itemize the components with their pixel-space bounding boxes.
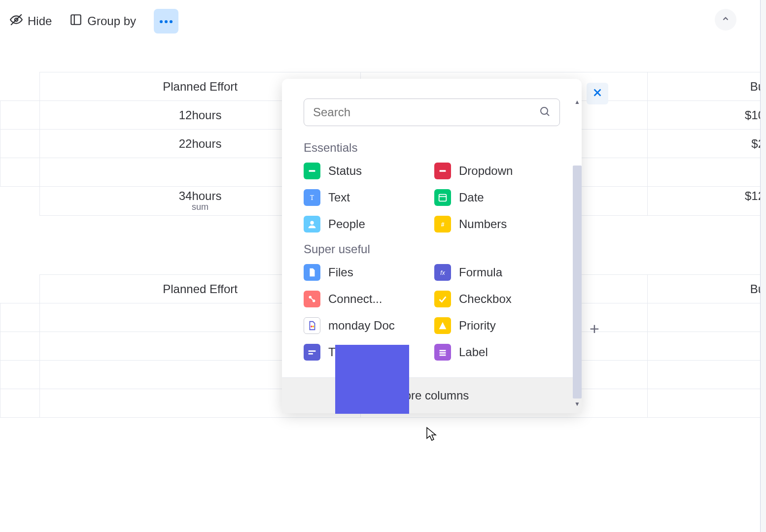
close-button[interactable]: [587, 83, 608, 104]
column-type-doc[interactable]: monday Doc: [304, 317, 429, 334]
svg-point-6: [170, 20, 173, 23]
numbers-icon: #: [434, 216, 451, 233]
collapse-button[interactable]: [715, 9, 736, 31]
column-type-priority[interactable]: Priority: [434, 317, 560, 334]
column-type-label: Files: [328, 266, 353, 279]
svg-point-9: [541, 107, 548, 114]
svg-rect-2: [71, 15, 81, 25]
svg-rect-26: [440, 350, 446, 351]
column-type-label[interactable]: Label: [434, 344, 560, 361]
column-type-checkbox[interactable]: Checkbox: [434, 291, 560, 307]
search-input[interactable]: [313, 105, 539, 119]
plus-icon: +: [590, 319, 599, 338]
more-columns-label: More columns: [395, 389, 469, 402]
eye-off-icon: [10, 13, 23, 29]
column-type-connect[interactable]: Connect...: [304, 291, 429, 307]
column-type-label: Date: [459, 191, 484, 204]
svg-rect-27: [440, 352, 446, 354]
text-icon: T: [304, 189, 320, 206]
svg-point-16: [310, 221, 313, 225]
hide-button[interactable]: Hide: [10, 13, 52, 29]
connect-icon: [304, 291, 320, 307]
column-type-files[interactable]: Files: [304, 264, 429, 281]
hide-label: Hide: [28, 14, 52, 28]
priority-icon: [434, 317, 451, 334]
column-type-label: Checkbox: [459, 292, 512, 306]
column-type-people[interactable]: People: [304, 216, 429, 233]
doc-icon: [304, 317, 320, 334]
svg-text:T: T: [310, 194, 314, 201]
column-type-label: Priority: [459, 319, 496, 332]
svg-rect-24: [309, 350, 316, 352]
column-type-formula[interactable]: fxFormula: [434, 264, 560, 281]
scroll-thumb[interactable]: [573, 166, 582, 399]
checkbox-icon: [434, 291, 451, 307]
column-type-status[interactable]: Status: [304, 163, 429, 179]
svg-text:fx: fx: [440, 269, 445, 276]
add-column-button[interactable]: +: [590, 319, 599, 338]
svg-rect-11: [309, 170, 315, 172]
right-scrollbar-gutter: [760, 0, 766, 532]
column-type-label: Status: [328, 164, 362, 178]
status-icon: [304, 163, 320, 179]
svg-text:#: #: [441, 221, 445, 228]
search-icon: [539, 105, 551, 119]
people-icon: [304, 216, 320, 233]
scroll-down-icon[interactable]: ▼: [573, 400, 582, 407]
column-type-label: Timeli: [328, 345, 359, 359]
search-input-wrapper[interactable]: [304, 99, 560, 126]
column-type-label: Text: [328, 191, 350, 204]
column-type-label: Numbers: [459, 217, 507, 231]
section-essentials-title: Essentials: [304, 141, 560, 155]
cell-budget[interactable]: $2: [647, 130, 766, 158]
timeline-icon: [304, 344, 320, 361]
close-icon: [592, 87, 603, 100]
column-type-dropdown[interactable]: Dropdown: [434, 163, 560, 179]
date-icon: [434, 189, 451, 206]
scroll-up-icon[interactable]: ▲: [573, 99, 582, 105]
group-by-button[interactable]: Group by: [70, 13, 136, 29]
column-type-timeline[interactable]: Timeli: [304, 344, 429, 361]
total-budget: $12: [648, 190, 765, 202]
svg-rect-14: [439, 195, 447, 201]
more-options-button[interactable]: [154, 9, 178, 33]
label-icon: [434, 344, 451, 361]
column-type-date[interactable]: Date: [434, 189, 560, 206]
column-type-numbers[interactable]: #Numbers: [434, 216, 560, 233]
group-by-icon: [70, 13, 82, 29]
more-columns-button[interactable]: More columns: [282, 377, 582, 413]
column-type-picker: Essentials StatusDropdownTTextDatePeople…: [282, 79, 582, 413]
svg-line-21: [311, 298, 313, 300]
group-by-label: Group by: [87, 14, 136, 28]
svg-rect-28: [440, 355, 446, 356]
svg-rect-12: [440, 170, 446, 172]
svg-point-5: [165, 20, 168, 23]
dots-icon: [159, 17, 173, 26]
dropdown-icon: [434, 163, 451, 179]
column-type-label: Connect...: [328, 292, 382, 306]
formula-icon: fx: [434, 264, 451, 281]
svg-point-22: [311, 326, 313, 328]
cell-budget[interactable]: $10: [647, 101, 766, 130]
svg-point-4: [160, 20, 163, 23]
column-type-label: Dropdown: [459, 164, 513, 178]
column-type-label: Formula: [459, 266, 502, 279]
toolbar: Hide Group by: [0, 0, 766, 42]
svg-line-10: [547, 113, 549, 116]
agg-label: s: [648, 202, 765, 212]
chevron-up-icon: [721, 14, 730, 25]
files-icon: [304, 264, 320, 281]
cursor-icon: [425, 427, 439, 442]
scrollbar[interactable]: ▲ ▼: [573, 99, 582, 407]
svg-rect-25: [309, 353, 313, 355]
svg-point-23: [313, 326, 314, 328]
column-header-budget[interactable]: Bu: [647, 275, 766, 303]
column-header-budget[interactable]: Bu: [647, 72, 766, 101]
column-type-label: monday Doc: [328, 319, 395, 332]
column-type-label: People: [328, 217, 365, 231]
section-super-useful-title: Super useful: [304, 242, 560, 256]
column-type-label: Label: [459, 345, 488, 359]
column-type-text[interactable]: TText: [304, 189, 429, 206]
